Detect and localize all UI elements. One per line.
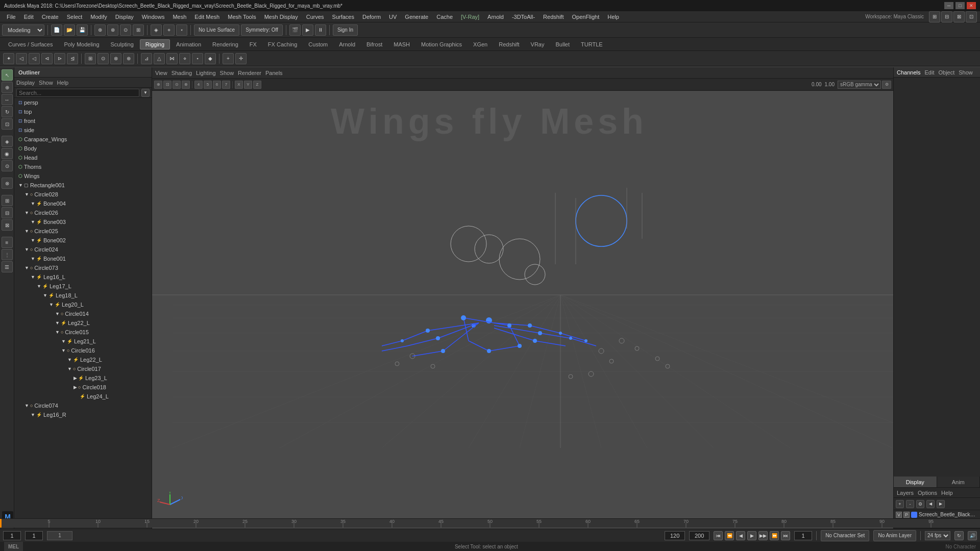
pb-next-key[interactable]: ⏩ [770, 531, 779, 540]
tool-icon-13[interactable]: ⋈ [166, 53, 178, 64]
live-surface-btn[interactable]: No Live Surface [194, 24, 239, 36]
menu-modify[interactable]: Modify [87, 13, 110, 21]
menu-mesh[interactable]: Mesh [169, 13, 190, 21]
outliner-item-c028[interactable]: ▼ ○ Circle028 [14, 190, 152, 199]
layers-menu-layers[interactable]: Layers [897, 490, 914, 496]
menu-redshift[interactable]: Redshift [540, 13, 567, 21]
outliner-item-thorns[interactable]: ⬡ Thorns [14, 162, 152, 171]
outliner-item-top[interactable]: ⊡ top [14, 107, 152, 116]
menu-create[interactable]: Create [38, 13, 62, 21]
layers-menu-help[interactable]: Help [941, 490, 953, 496]
tool-icon-10[interactable]: ⊕ [123, 53, 134, 64]
symmetry-btn[interactable]: Symmetry: Off [241, 24, 283, 36]
viewport-menu-view[interactable]: View [155, 70, 167, 76]
outliner-item-leg21l[interactable]: ▼ ⚡ Leg21_L [14, 337, 152, 346]
menu-select[interactable]: Select [63, 13, 86, 21]
menu-edit-mesh[interactable]: Edit Mesh [191, 13, 223, 21]
outliner-item-leg18l[interactable]: ▼ ⚡ Leg18_L [14, 291, 152, 300]
outliner-item-body[interactable]: ⬡ Body [14, 144, 152, 153]
vp-btn-2[interactable]: ⊡ [163, 81, 172, 89]
tool-icon-cross[interactable]: ✛ [235, 53, 247, 64]
snap-btn-2[interactable]: ⋄ [163, 24, 175, 36]
viewport-menu-panels[interactable]: Panels [265, 70, 283, 76]
mode-tab-vray[interactable]: VRay [526, 40, 550, 49]
layer-v-1[interactable]: V [896, 512, 902, 518]
render-btn-2[interactable]: ▶ [302, 24, 313, 36]
layout-btn-2[interactable]: ⊟ [941, 11, 952, 22]
open-file-btn[interactable]: 📂 [64, 24, 75, 36]
outliner-tree[interactable]: ⊡ persp ⊡ top ⊡ front ⊡ side ⬡ Carapace_… [14, 98, 152, 533]
vp-btn-x[interactable]: X [235, 81, 243, 89]
anim-tab[interactable]: Anim [937, 477, 981, 487]
layer-settings-btn[interactable]: ⚙ [916, 500, 924, 508]
outliner-item-leg16r[interactable]: ▼ ⚡ Leg16_R [14, 410, 152, 419]
menu-3dtall[interactable]: -3DToAll- [508, 13, 538, 21]
minimize-button[interactable]: ─ [944, 2, 953, 9]
anim-layer-btn[interactable]: No Anim Layer [873, 530, 916, 541]
display-tab[interactable]: Display [894, 477, 937, 487]
tool-4[interactable]: ↻ [2, 106, 13, 117]
vp-colorspace-select[interactable]: sRGB gamma [838, 81, 881, 89]
pb-first[interactable]: ⏮ [714, 531, 723, 540]
outliner-search-btn[interactable]: ▼ [141, 89, 150, 97]
layer-arrow-next[interactable]: ▶ [937, 500, 945, 508]
menu-openflight[interactable]: OpenFlight [568, 13, 603, 21]
outliner-item-c015[interactable]: ▼ ○ Circle015 [14, 328, 152, 337]
mode-tab-arnold[interactable]: Arnold [334, 40, 360, 49]
mode-tab-curves[interactable]: Curves / Surfaces [3, 40, 58, 49]
tool-3[interactable]: ↔ [2, 94, 13, 105]
tool-icon-2[interactable]: ◁ [16, 53, 27, 64]
outliner-item-c026[interactable]: ▼ ○ Circle026 [14, 208, 152, 217]
range-indicator[interactable]: 1 [47, 531, 72, 540]
layout-btn-3[interactable]: ⊠ [953, 11, 965, 22]
transform-btn-4[interactable]: ⊞ [133, 24, 144, 36]
menu-deform[interactable]: Deform [359, 13, 384, 21]
tool-icon-6[interactable]: ⊴ [67, 53, 78, 64]
menu-arnold[interactable]: Arnold [484, 13, 507, 21]
viewport-menu-renderer[interactable]: Renderer [238, 70, 261, 76]
tool-14[interactable]: ⋮ [2, 249, 13, 260]
tool-11[interactable]: ⊟ [2, 207, 13, 218]
mode-tab-turtle[interactable]: TURTLE [576, 40, 608, 49]
menu-vray[interactable]: [V-Ray] [457, 13, 483, 21]
layout-btn-4[interactable]: ⊡ [966, 11, 977, 22]
pb-prev-key[interactable]: ⏪ [725, 531, 734, 540]
outliner-item-c017[interactable]: ▼ ○ Circle017 [14, 364, 152, 373]
tool-icon-12[interactable]: △ [154, 53, 165, 64]
outliner-item-leg17l[interactable]: ▼ ⚡ Leg17_L [14, 282, 152, 291]
tool-2[interactable]: ⊕ [2, 82, 13, 93]
vp-settings-btn[interactable]: ⚙ [882, 81, 891, 89]
menu-file[interactable]: File [3, 13, 19, 21]
outliner-menu-help[interactable]: Help [57, 80, 69, 86]
new-file-btn[interactable]: 📄 [51, 24, 62, 36]
show-tab[interactable]: Show [959, 69, 973, 76]
outliner-search-input[interactable] [16, 89, 139, 97]
tool-6[interactable]: ◈ [2, 136, 13, 147]
outliner-item-c018[interactable]: ▶ ○ Circle018 [14, 383, 152, 392]
menu-curves[interactable]: Curves [303, 13, 328, 21]
mode-tab-xgen[interactable]: XGen [468, 40, 493, 49]
transform-btn-2[interactable]: ⊗ [107, 24, 118, 36]
outliner-item-wings[interactable]: ⬡ Wings [14, 171, 152, 181]
tool-icon-1[interactable]: ✦ [3, 53, 14, 64]
outliner-item-leg20l[interactable]: ▼ ⚡ Leg20_L [14, 300, 152, 309]
outliner-item-head[interactable]: ⬡ Head [14, 153, 152, 162]
viewport-canvas[interactable]: Wings fly Mesh .grid-line { stroke: #5a5… [152, 91, 893, 529]
object-tab[interactable]: Object [938, 69, 954, 76]
tool-12[interactable]: ⊠ [2, 219, 13, 231]
select-tool[interactable]: ↖ [2, 69, 13, 81]
outliner-item-persp[interactable]: ⊡ persp [14, 98, 152, 107]
outliner-item-b003[interactable]: ▼ ⚡ Bone003 [14, 217, 152, 227]
snap-btn-1[interactable]: ◈ [151, 24, 162, 36]
menu-windows[interactable]: Windows [138, 13, 168, 21]
tool-7[interactable]: ◉ [2, 148, 13, 159]
menu-generate[interactable]: Generate [401, 13, 432, 21]
mode-tab-custom[interactable]: Custom [303, 40, 333, 49]
tool-icon-5[interactable]: ⊳ [54, 53, 65, 64]
outliner-item-leg24l[interactable]: ⚡ Leg24_L [14, 392, 152, 401]
viewport-menu-lighting[interactable]: Lighting [196, 70, 216, 76]
mode-tab-motiongfx[interactable]: Motion Graphics [416, 40, 467, 49]
outliner-item-c024[interactable]: ▼ ○ Circle024 [14, 245, 152, 254]
pb-play[interactable]: ▶ [747, 531, 756, 540]
frame-counter[interactable] [794, 531, 812, 540]
